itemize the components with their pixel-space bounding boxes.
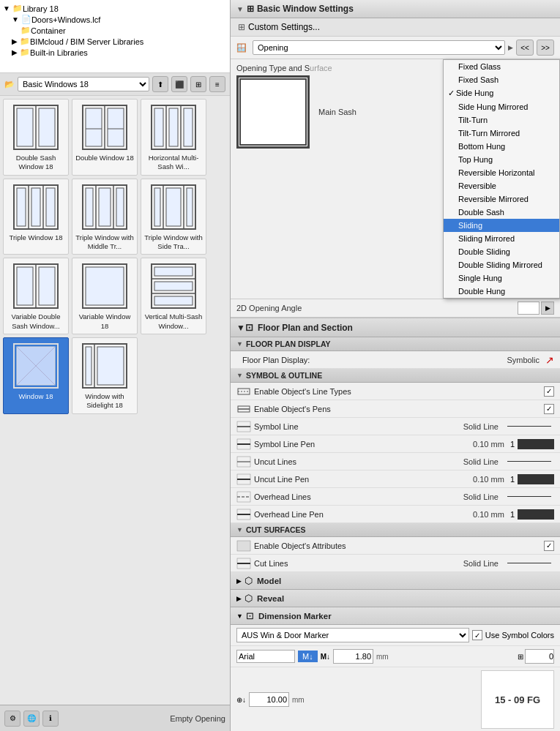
dropdown-item[interactable]: Side Hung Mirrored bbox=[444, 100, 559, 113]
solid-line-visual bbox=[507, 563, 551, 563]
window-preview-icon bbox=[149, 102, 198, 152]
svg-rect-21 bbox=[46, 188, 55, 226]
library-btn-2[interactable]: ⬛ bbox=[171, 76, 187, 92]
dropdown-item[interactable]: Double Sliding bbox=[444, 245, 559, 258]
nav-next-button[interactable]: >> bbox=[537, 40, 554, 56]
symbol-line-row: Symbol Line Solid Line bbox=[231, 418, 560, 435]
angle-input[interactable] bbox=[518, 301, 540, 315]
svg-rect-31 bbox=[154, 188, 160, 226]
tree-item-lcf[interactable]: ▼ 📄 Doors+Windows.lcf bbox=[3, 14, 227, 25]
symbol-colors-row: ✓ Use Symbol Colors bbox=[472, 630, 554, 640]
enable-pens-checkbox[interactable]: ✓ bbox=[544, 404, 554, 414]
library-btn-1[interactable]: ⬆ bbox=[152, 76, 168, 92]
dropdown-item-side-hung[interactable]: Side Hung bbox=[444, 86, 559, 100]
cut-lines-row: Cut Lines Solid Line bbox=[231, 555, 560, 572]
file-tree: ▼ 📁 Library 18 ▼ 📄 Doors+Windows.lcf 📁 C… bbox=[0, 0, 230, 73]
custom-settings-button[interactable]: ⊞ Custom Settings... bbox=[231, 18, 560, 37]
list-item[interactable]: Window with Sidelight 18 bbox=[72, 337, 138, 414]
model-section[interactable]: ▶ ⬡ Model bbox=[231, 572, 560, 590]
svg-rect-14 bbox=[169, 108, 178, 146]
dropdown-item[interactable]: Double Sash bbox=[444, 206, 559, 219]
symbol-colors-checkbox[interactable]: ✓ bbox=[472, 630, 482, 640]
angle-nav-btn[interactable]: ▶ bbox=[541, 301, 554, 315]
marker-select[interactable]: AUS Win & Door Marker bbox=[236, 628, 469, 642]
floor-plan-header[interactable]: ▼ ⊡ Floor Plan and Section bbox=[231, 318, 560, 337]
list-item[interactable]: Double Window 18 bbox=[72, 99, 138, 176]
list-item-selected[interactable]: Window 18 bbox=[3, 337, 69, 414]
floor-plan-display-text: Floor Plan Display: bbox=[236, 356, 507, 364]
globe-icon-btn[interactable]: 🌐 bbox=[23, 711, 40, 727]
list-item[interactable]: Vertical Multi-Sash Window... bbox=[141, 258, 206, 334]
color-bar bbox=[518, 439, 554, 449]
library-btn-3[interactable]: ⊞ bbox=[190, 76, 206, 92]
folder-expand-icon: ▼ bbox=[12, 15, 19, 23]
svg-rect-39 bbox=[86, 267, 124, 305]
tree-item-container[interactable]: 📁 Container bbox=[3, 25, 227, 36]
dropdown-item[interactable]: Fixed Glass bbox=[444, 60, 559, 73]
symbol-pen-label: Symbol Line Pen bbox=[254, 440, 473, 449]
symbol-pen-value: 0.10 mm bbox=[473, 440, 504, 449]
list-item[interactable]: Variable Double Sash Window... bbox=[3, 258, 69, 334]
dropdown-item[interactable]: Reversible bbox=[444, 179, 559, 192]
symbol-line-icon bbox=[236, 421, 251, 432]
settings-icon-btn[interactable]: ⚙ bbox=[4, 711, 20, 727]
dropdown-item[interactable]: Tilt-Turn bbox=[444, 113, 559, 127]
folder-expand-icon: ▶ bbox=[12, 37, 18, 45]
solid-line-visual bbox=[507, 461, 551, 462]
dropdown-item[interactable]: Sliding Mirrored bbox=[444, 232, 559, 245]
svg-rect-2 bbox=[17, 108, 33, 146]
info-icon-btn[interactable]: ℹ bbox=[42, 711, 59, 727]
library-folder-icon: 📂 bbox=[4, 80, 15, 89]
dropdown-item[interactable]: Single Hung bbox=[444, 271, 559, 285]
font-size-input[interactable] bbox=[333, 649, 373, 664]
nav-prev-button[interactable]: << bbox=[516, 40, 534, 56]
window-preview-box bbox=[236, 75, 310, 149]
dimension-marker-section[interactable]: ▼ ⊡ Dimension Marker bbox=[231, 607, 560, 625]
dropdown-item-sliding[interactable]: Sliding bbox=[444, 219, 559, 232]
tree-item-bimcloud[interactable]: ▶ 📁 BIMcloud / BIM Server Libraries bbox=[3, 36, 227, 47]
list-item[interactable]: Triple Window 18 bbox=[3, 179, 69, 255]
overhead-pen-value: 0.10 mm bbox=[473, 510, 504, 519]
font-input[interactable] bbox=[236, 650, 295, 663]
dropdown-item[interactable]: Top Hung bbox=[444, 153, 559, 166]
svg-rect-50 bbox=[86, 347, 92, 385]
arrow-icon: ▶ bbox=[236, 577, 242, 585]
opening-angle-row: 2D Opening Angle ▶ bbox=[231, 299, 560, 318]
reveal-icon: ⬡ bbox=[244, 593, 253, 604]
tree-item-builtin[interactable]: ▶ 📁 Built-in Libraries bbox=[3, 47, 227, 58]
circle-input[interactable] bbox=[249, 692, 289, 707]
opening-select[interactable]: Opening bbox=[253, 40, 505, 55]
enable-line-types-checkbox[interactable]: ✓ bbox=[544, 386, 554, 397]
svg-rect-15 bbox=[184, 108, 193, 146]
folder-expand-icon: ▶ bbox=[12, 48, 18, 56]
dropdown-item[interactable]: Tilt-Turn Mirrored bbox=[444, 127, 559, 140]
list-item[interactable]: Double Sash Window 18 bbox=[3, 99, 69, 176]
dropdown-item[interactable]: Fixed Sash bbox=[444, 73, 559, 86]
dropdown-item[interactable]: Double Hung bbox=[444, 285, 559, 298]
list-item[interactable]: Variable Window 18 bbox=[72, 258, 138, 334]
enable-attributes-checkbox[interactable]: ✓ bbox=[544, 541, 554, 551]
reveal-section[interactable]: ▶ ⬡ Reveal bbox=[231, 590, 560, 607]
dropdown-item[interactable]: Bottom Hung bbox=[444, 140, 559, 153]
library-select[interactable]: Basic Windows 18 bbox=[18, 77, 149, 91]
dropdown-item[interactable]: Reversible Horizontal bbox=[444, 166, 559, 179]
grid-input[interactable] bbox=[525, 649, 554, 664]
bottom-bar: ⚙ 🌐 ℹ Empty Opening bbox=[0, 705, 230, 731]
library-btn-4[interactable]: ≡ bbox=[209, 76, 225, 92]
svg-rect-6 bbox=[86, 108, 102, 146]
cut-lines-label: Cut Lines bbox=[254, 559, 463, 568]
symbol-pen-num: 1 bbox=[510, 440, 515, 449]
opening-row: 🪟 Opening ▶ << >> bbox=[231, 37, 560, 59]
circle-row: ⊕↓ mm 15 - 09 FG bbox=[231, 667, 560, 731]
item-label: Triple Window 18 bbox=[9, 233, 62, 242]
floor-plan-display-header: ▼ FLOOR PLAN DISPLAY bbox=[231, 337, 560, 351]
tree-item-cadimage[interactable]: ▼ 📁 Library 18 bbox=[3, 3, 227, 14]
dropdown-item[interactable]: Double Sliding Mirrored bbox=[444, 258, 559, 271]
list-item[interactable]: Triple Window with Middle Tr... bbox=[72, 179, 138, 255]
list-item[interactable]: Horizontal Multi-Sash Wi... bbox=[141, 99, 206, 176]
dropdown-item[interactable]: Reversible Mirrored bbox=[444, 192, 559, 206]
svg-rect-26 bbox=[99, 188, 111, 226]
model-label: Model bbox=[257, 577, 281, 585]
font-dropdown-btn[interactable]: M↓ bbox=[298, 651, 318, 662]
list-item[interactable]: Triple Window with Side Tra... bbox=[141, 179, 206, 255]
